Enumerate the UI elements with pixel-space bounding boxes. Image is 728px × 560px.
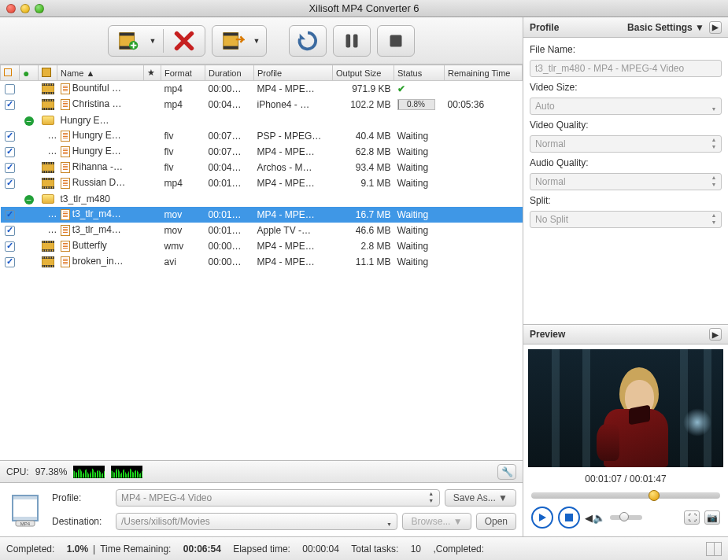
audio-quality-input[interactable]: Normal▲▼: [530, 173, 722, 190]
svg-rect-27: [45, 99, 46, 101]
seek-bar[interactable]: [531, 492, 720, 499]
svg-rect-119: [47, 241, 49, 242]
basic-settings-dropdown[interactable]: Basic Settings ▼: [627, 22, 704, 33]
file-name-input[interactable]: t3_tlr_m480 - MP4 - MPEG-4 Video: [530, 60, 722, 77]
table-row[interactable]: –t3_tlr_m480: [1, 191, 523, 207]
column-header[interactable]: Format: [161, 65, 205, 81]
dropdown-icon[interactable]: ▼: [150, 37, 157, 45]
checkbox[interactable]: [5, 147, 15, 157]
collapse-icon[interactable]: –: [24, 195, 34, 204]
snapshot-button[interactable]: 📷: [704, 510, 720, 525]
column-header[interactable]: ●: [20, 65, 39, 81]
column-header[interactable]: Duration: [205, 65, 254, 81]
svg-rect-123: [45, 249, 46, 251]
convert-button[interactable]: [289, 25, 327, 57]
svg-rect-22: [52, 93, 54, 94]
table-row[interactable]: –Hungry E…: [1, 112, 523, 128]
svg-rect-81: [50, 178, 51, 179]
remove-button[interactable]: [170, 28, 198, 54]
dropdown-icon[interactable]: ▼: [253, 37, 261, 45]
save-as-button[interactable]: Save As... ▼: [445, 489, 516, 507]
svg-rect-18: [42, 93, 44, 94]
table-row[interactable]: Hungry E…flv00:07…MP4 - MPE…62.8 MBWaiti…: [1, 144, 523, 160]
table-row[interactable]: Hungry E…flv00:07…PSP - MPEG…40.4 MBWait…: [1, 128, 523, 144]
checkbox[interactable]: [5, 241, 15, 252]
doc-icon: [61, 99, 70, 110]
add-profile-button[interactable]: [219, 28, 247, 54]
svg-rect-19: [45, 93, 46, 94]
checkbox[interactable]: [5, 226, 15, 236]
open-button[interactable]: Open: [476, 513, 516, 530]
stop-preview-button[interactable]: [558, 507, 580, 529]
table-row[interactable]: Butterflywmv00:00…MP4 - MPE…2.8 MBWaitin…: [1, 238, 523, 254]
profile-combo[interactable]: MP4 - MPEG-4 Video▲▼: [116, 489, 440, 507]
svg-rect-9: [390, 35, 402, 46]
profile-header: Profile Basic Settings ▼ ▶: [523, 17, 728, 38]
preview-frame-person: [594, 363, 684, 467]
table-row[interactable]: Rihanna -…flv00:04…Archos - M…93.4 MBWai…: [1, 160, 523, 175]
table-row[interactable]: Christina …mp400:04…iPhone4 - …102.2 MB0…: [1, 97, 523, 112]
table-row[interactable]: broken_in…avi00:00…MP4 - MPE…11.1 MBWait…: [1, 254, 523, 270]
column-header[interactable]: [1, 65, 20, 81]
layout-toggle[interactable]: [706, 542, 722, 556]
file-list[interactable]: ●Name ▲★FormatDurationProfileOutput Size…: [0, 64, 523, 460]
svg-rect-131: [45, 256, 46, 258]
svg-rect-132: [47, 256, 49, 258]
pause-button[interactable]: [333, 25, 371, 57]
add-files-button[interactable]: [115, 28, 143, 54]
volume-icon[interactable]: ◀🔈: [585, 512, 605, 524]
column-header[interactable]: Profile: [254, 65, 333, 81]
collapse-preview-button[interactable]: ▶: [709, 328, 722, 341]
svg-rect-136: [45, 265, 46, 267]
svg-rect-84: [45, 186, 46, 188]
settings-button[interactable]: 🔧: [497, 464, 516, 480]
checkbox[interactable]: [5, 257, 15, 267]
svg-rect-138: [50, 265, 51, 267]
column-header[interactable]: Output Size: [333, 65, 394, 81]
table-row[interactable]: t3_tlr_m4…mov00:01…Apple TV -…46.6 MBWai…: [1, 223, 523, 238]
video-quality-input[interactable]: Normal▲▼: [530, 135, 722, 153]
file-name: t3_tlr_m480: [61, 193, 110, 204]
checkbox[interactable]: [5, 179, 15, 189]
browse-button[interactable]: Browse... ▼: [402, 513, 471, 530]
column-header[interactable]: ★: [144, 65, 161, 81]
column-header[interactable]: Name ▲: [57, 65, 144, 81]
video-icon: [42, 178, 54, 189]
preview-video[interactable]: [528, 349, 723, 467]
progress-bar: 0.8%: [397, 99, 435, 110]
split-label: Split:: [530, 195, 722, 206]
checkbox[interactable]: [5, 131, 15, 142]
doc-icon: [61, 225, 70, 236]
checkbox[interactable]: [5, 100, 15, 110]
folder-icon: [42, 194, 54, 204]
column-header[interactable]: [39, 65, 57, 81]
destination-combo[interactable]: /Users/xilisoft/Movies▼: [116, 513, 397, 530]
column-header[interactable]: Remaining Time: [445, 65, 523, 81]
svg-rect-121: [52, 241, 54, 242]
table-row[interactable]: Russian D…mp400:01…MP4 - MPE…9.1 MBWaiti…: [1, 175, 523, 191]
checkbox[interactable]: [5, 163, 15, 173]
split-input[interactable]: No Split▲▼: [530, 211, 722, 228]
collapse-profile-button[interactable]: ▶: [709, 21, 722, 34]
column-header[interactable]: Status: [394, 65, 445, 81]
destination-label: Destination:: [52, 516, 111, 527]
checkbox[interactable]: [5, 210, 15, 220]
svg-rect-67: [47, 162, 49, 164]
fullscreen-button[interactable]: ⛶: [684, 510, 700, 525]
collapse-icon[interactable]: –: [24, 116, 34, 126]
volume-slider[interactable]: [610, 515, 642, 520]
cpu-label: CPU:: [6, 466, 29, 477]
svg-rect-130: [42, 256, 44, 258]
doc-icon: [61, 146, 70, 157]
checkbox[interactable]: [5, 84, 15, 94]
file-name: Bountiful …: [72, 83, 121, 94]
stop-button[interactable]: [377, 25, 415, 57]
table-row[interactable]: t3_tlr_m4…mov00:01…MP4 - MPE…16.7 MBWait…: [1, 207, 523, 223]
video-size-input[interactable]: Auto▼: [530, 98, 722, 115]
table-row[interactable]: Bountiful …mp400:00…MP4 - MPE…971.9 KB✔: [1, 81, 523, 97]
svg-rect-66: [45, 162, 46, 164]
video-size-label: Video Size:: [530, 82, 722, 93]
svg-rect-126: [52, 249, 54, 251]
svg-rect-80: [47, 178, 49, 179]
play-button[interactable]: [531, 507, 553, 529]
